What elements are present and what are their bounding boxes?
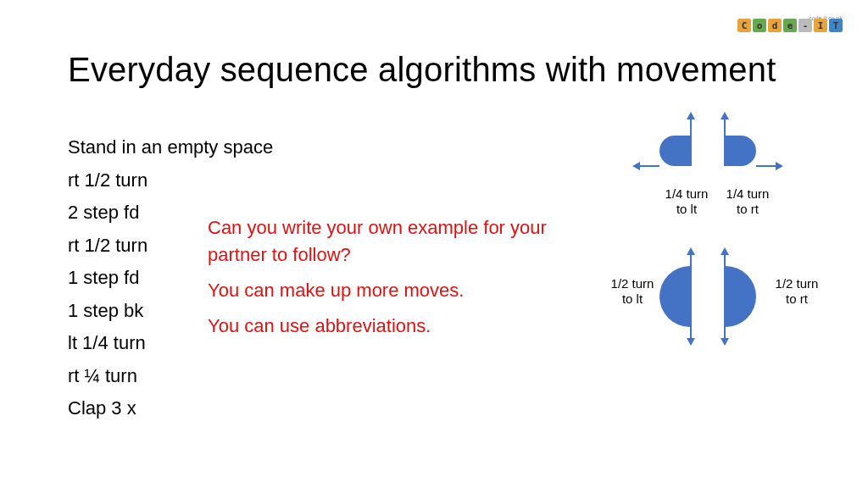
- arrow-right-icon: [756, 165, 776, 167]
- quarter-right-label: 1/4 turn to rt: [722, 186, 773, 217]
- prompt-line-1: Can you write your own example for your …: [208, 214, 547, 269]
- step-line: Clap 3 x: [68, 392, 273, 425]
- logo-letter: d: [768, 19, 782, 32]
- quarter-turn-right-shape: [726, 136, 756, 166]
- arrow-down-icon: [724, 297, 726, 339]
- arrow-down-icon: [690, 297, 692, 339]
- code-it-logo: Code-IT: [737, 19, 843, 32]
- logo-letter: I: [814, 19, 827, 32]
- task-prompt: Can you write your own example for your …: [208, 214, 547, 348]
- step-line: rt 1/2 turn: [68, 164, 273, 197]
- arrow-up-icon: [690, 254, 692, 297]
- step-line: rt ¼ turn: [68, 360, 273, 393]
- half-turn-right-shape: [726, 266, 756, 327]
- step-line: Stand in an empty space: [68, 131, 273, 164]
- half-turn-left-shape: [659, 266, 690, 327]
- quarter-turn-left-shape: [659, 136, 690, 166]
- turn-diagram-area: 1/4 turn to lt 1/4 turn to rt 1/2 turn t…: [580, 119, 834, 364]
- logo-letter: e: [783, 19, 797, 32]
- quarter-left-label: 1/4 turn to lt: [661, 186, 712, 217]
- arrow-up-icon: [690, 119, 692, 166]
- logo-letter: -: [798, 19, 812, 32]
- prompt-line-3: You can use abbreviations.: [208, 313, 547, 340]
- logo-letter: o: [753, 19, 766, 32]
- half-right-label: 1/2 turn to rt: [771, 276, 822, 307]
- logo-letter: T: [829, 19, 843, 32]
- prompt-line-2: You can make up more moves.: [208, 277, 547, 304]
- page-title: Everyday sequence algorithms with moveme…: [68, 51, 805, 89]
- half-left-label: 1/2 turn to lt: [607, 276, 658, 307]
- logo-letter: C: [737, 19, 751, 32]
- arrow-left-icon: [639, 165, 659, 167]
